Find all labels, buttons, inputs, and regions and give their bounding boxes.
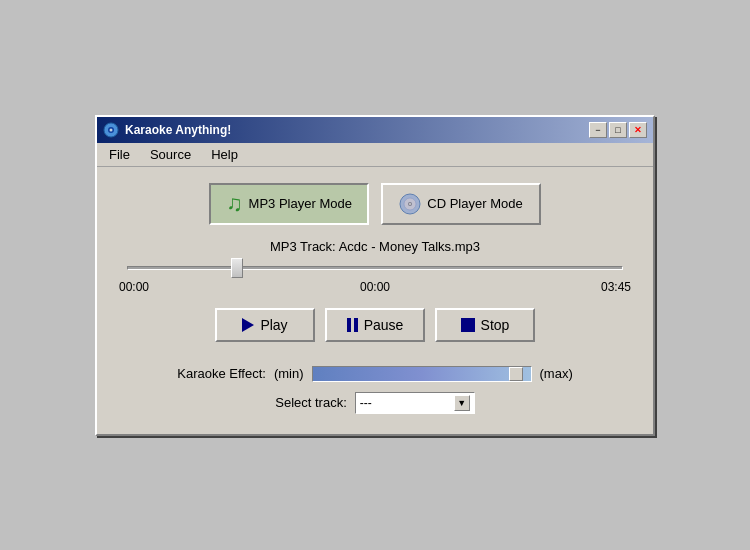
time-row: 00:00 00:00 03:45 <box>117 280 633 294</box>
app-icon <box>103 122 119 138</box>
content-area: ♫ MP3 Player Mode CD Player Mode MP3 Tra… <box>97 167 653 434</box>
select-track-label: Select track: <box>275 395 347 410</box>
mp3-mode-label: MP3 Player Mode <box>249 196 352 211</box>
karaoke-label: Karaoke Effect: <box>177 366 266 381</box>
play-label: Play <box>260 317 287 333</box>
menu-file[interactable]: File <box>101 145 138 164</box>
cd-icon <box>399 193 421 215</box>
track-select[interactable]: --- ▼ <box>355 392 475 414</box>
cd-mode-label: CD Player Mode <box>427 196 522 211</box>
cd-mode-button[interactable]: CD Player Mode <box>381 183 541 225</box>
title-bar: Karaoke Anything! − □ ✕ <box>97 117 653 143</box>
play-button[interactable]: Play <box>215 308 315 342</box>
select-arrow-icon[interactable]: ▼ <box>454 395 470 411</box>
seek-thumb[interactable] <box>231 258 243 278</box>
pause-icon <box>347 318 358 332</box>
pause-bar-2 <box>354 318 358 332</box>
svg-point-6 <box>409 203 411 205</box>
play-icon <box>242 318 254 332</box>
svg-point-2 <box>110 128 113 131</box>
stop-label: Stop <box>481 317 510 333</box>
stop-icon <box>461 318 475 332</box>
time-current: 00:00 <box>360 280 390 294</box>
karaoke-max-label: (max) <box>540 366 573 381</box>
mp3-mode-button[interactable]: ♫ MP3 Player Mode <box>209 183 369 225</box>
title-buttons: − □ ✕ <box>589 122 647 138</box>
seek-track[interactable] <box>127 266 623 270</box>
karaoke-effect-row: Karaoke Effect: (min) (max) <box>177 366 572 382</box>
maximize-button[interactable]: □ <box>609 122 627 138</box>
menu-help[interactable]: Help <box>203 145 246 164</box>
minimize-button[interactable]: − <box>589 122 607 138</box>
karaoke-section: Karaoke Effect: (min) (max) Select track… <box>117 366 633 414</box>
time-elapsed: 00:00 <box>119 280 149 294</box>
mode-buttons: ♫ MP3 Player Mode CD Player Mode <box>117 183 633 225</box>
karaoke-min-label: (min) <box>274 366 304 381</box>
transport-buttons: Play Pause Stop <box>117 308 633 342</box>
pause-button[interactable]: Pause <box>325 308 425 342</box>
music-note-icon: ♫ <box>226 191 243 217</box>
menubar: File Source Help <box>97 143 653 167</box>
karaoke-slider-thumb[interactable] <box>509 367 523 381</box>
pause-label: Pause <box>364 317 404 333</box>
track-info: MP3 Track: Acdc - Money Talks.mp3 <box>117 239 633 254</box>
window-title: Karaoke Anything! <box>125 123 231 137</box>
seek-bar-container <box>127 266 623 270</box>
karaoke-slider[interactable] <box>312 366 532 382</box>
menu-source[interactable]: Source <box>142 145 199 164</box>
pause-bar-1 <box>347 318 351 332</box>
time-total: 03:45 <box>601 280 631 294</box>
select-track-row: Select track: --- ▼ <box>275 392 475 414</box>
close-button[interactable]: ✕ <box>629 122 647 138</box>
title-bar-left: Karaoke Anything! <box>103 122 231 138</box>
main-window: Karaoke Anything! − □ ✕ File Source Help… <box>95 115 655 436</box>
track-select-value: --- <box>360 396 372 410</box>
stop-button[interactable]: Stop <box>435 308 535 342</box>
